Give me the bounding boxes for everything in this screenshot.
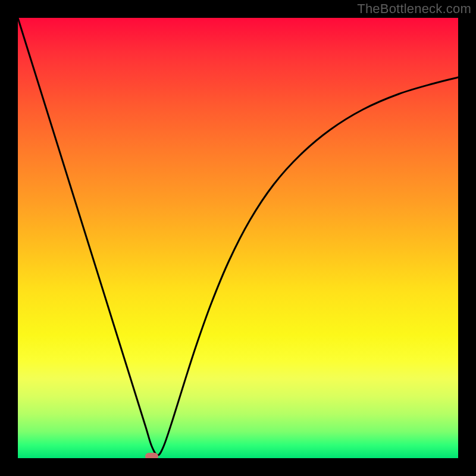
chart-frame: TheBottleneck.com xyxy=(0,0,476,476)
optimal-point-marker xyxy=(145,453,158,458)
bottleneck-curve xyxy=(18,18,458,455)
watermark-text: TheBottleneck.com xyxy=(357,1,471,17)
curve-svg xyxy=(18,18,458,458)
plot-area xyxy=(18,18,458,458)
